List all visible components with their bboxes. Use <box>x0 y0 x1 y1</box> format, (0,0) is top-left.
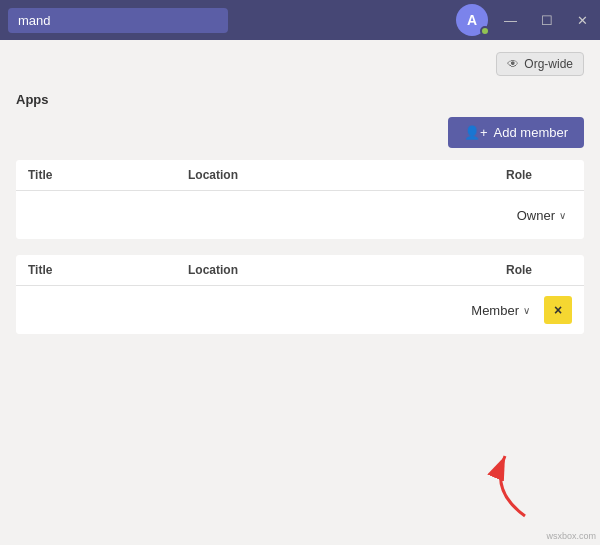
member-chevron-icon: ∨ <box>523 305 530 316</box>
apps-section-label: Apps <box>16 92 584 107</box>
table-header-row-2: Title Location Role <box>16 255 584 286</box>
window-controls: — ☐ ✕ <box>500 12 592 29</box>
avatar[interactable]: A <box>456 4 488 36</box>
remove-icon: × <box>554 302 562 318</box>
add-member-label: Add member <box>494 125 568 140</box>
add-member-container: 👤+ Add member <box>16 117 584 148</box>
remove-member-button[interactable]: × <box>544 296 572 324</box>
add-member-button[interactable]: 👤+ Add member <box>448 117 584 148</box>
org-wide-container: 👁 Org-wide <box>16 52 584 76</box>
presence-badge <box>480 26 490 36</box>
minimize-button[interactable]: — <box>500 12 521 29</box>
col-header-location-2: Location <box>188 263 388 277</box>
member-role-label: Member <box>471 303 519 318</box>
member-role-dropdown[interactable]: Member ∨ <box>465 299 536 322</box>
table-header-row-1: Title Location Role <box>16 160 584 191</box>
col-header-title-1: Title <box>28 168 188 182</box>
title-bar: A — ☐ ✕ <box>0 0 600 40</box>
owner-role-dropdown[interactable]: Owner ∨ <box>511 204 572 227</box>
members-table-2: Title Location Role Member ∨ × <box>16 255 584 334</box>
members-table-1: Title Location Role Owner ∨ <box>16 160 584 239</box>
owner-chevron-icon: ∨ <box>559 210 566 221</box>
search-input[interactable] <box>8 8 228 33</box>
owner-role-label: Owner <box>517 208 555 223</box>
col-header-role-2: Role <box>388 263 572 277</box>
main-content: 👁 Org-wide Apps 👤+ Add member Title Loca… <box>0 40 600 545</box>
org-wide-label: Org-wide <box>524 57 573 71</box>
org-wide-badge: 👁 Org-wide <box>496 52 584 76</box>
close-button[interactable]: ✕ <box>573 12 592 29</box>
col-header-role-1: Role <box>388 168 572 182</box>
cell-role-2: Member ∨ × <box>388 296 572 324</box>
title-bar-right: A — ☐ ✕ <box>456 4 592 36</box>
add-person-icon: 👤+ <box>464 125 488 140</box>
maximize-button[interactable]: ☐ <box>537 12 557 29</box>
table-row: Member ∨ × <box>16 286 584 334</box>
cell-role-1: Owner ∨ <box>388 204 572 227</box>
col-header-title-2: Title <box>28 263 188 277</box>
eye-icon: 👁 <box>507 57 519 71</box>
col-header-location-1: Location <box>188 168 388 182</box>
title-bar-left <box>8 8 228 33</box>
avatar-initials: A <box>467 12 477 28</box>
table-row: Owner ∨ <box>16 191 584 239</box>
